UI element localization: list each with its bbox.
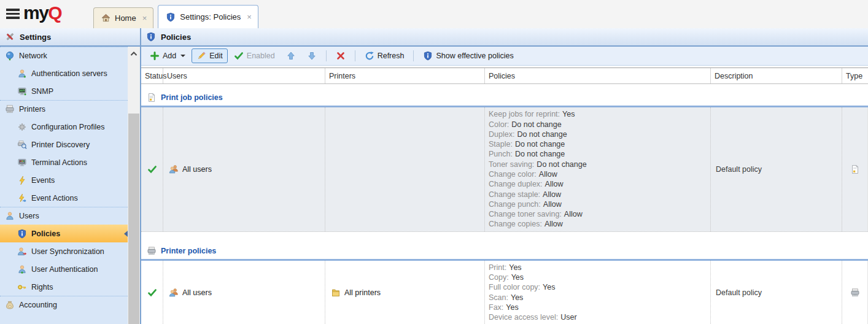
table-row[interactable]: All users Keep jobs for reprint:Yes Colo…: [141, 107, 868, 232]
page-title: Policies: [161, 33, 191, 42]
sidebar-item-label: Policies: [31, 230, 60, 238]
toolbar-separator: [413, 50, 414, 61]
terminal-icon: [17, 158, 27, 168]
sidebar-item-label: Rights: [31, 283, 53, 291]
tab-home-label: Home: [115, 14, 136, 23]
home-icon: [101, 14, 110, 23]
sidebar-item-configuration-profiles[interactable]: Configuration Profiles: [0, 118, 128, 136]
sidebar-item-printer-discovery[interactable]: Printer Discovery: [0, 136, 128, 153]
sidebar-item-event-actions[interactable]: Event Actions: [0, 189, 128, 207]
add-label: Add: [163, 52, 176, 60]
sidebar-item-user-synchronization[interactable]: User Synchronization: [0, 242, 128, 260]
column-header-policies[interactable]: Policies: [485, 68, 711, 83]
column-header-users[interactable]: Users: [163, 68, 325, 83]
description-value: Default policy: [716, 288, 762, 297]
users-value: All users: [182, 288, 212, 297]
printer-policy-icon: [850, 288, 860, 298]
tab-settings-close-icon[interactable]: ×: [247, 12, 252, 21]
main-panel: Policies Add Edit Enabled: [141, 28, 868, 324]
policy-line: Change copies:Allow: [489, 219, 563, 229]
status-cell: [141, 107, 163, 231]
logo-my: my: [23, 2, 48, 23]
show-effective-label: Show effective policies: [436, 52, 513, 60]
tab-home[interactable]: Home ×: [93, 7, 153, 28]
hamburger-menu-icon[interactable]: [6, 9, 20, 21]
toolbar: Add Edit Enabled: [141, 47, 868, 66]
tab-settings-policies[interactable]: Settings: Policies ×: [158, 5, 258, 28]
shield-icon: [146, 32, 156, 42]
add-button[interactable]: Add: [145, 48, 190, 63]
description-value: Default policy: [716, 165, 762, 174]
column-header-status[interactable]: Status: [141, 68, 163, 83]
move-up-button[interactable]: [281, 48, 301, 63]
shield-icon: [423, 51, 433, 61]
policy-line: Change color:Allow: [489, 169, 557, 179]
scrollbar-up-icon[interactable]: [128, 47, 140, 60]
column-header-description[interactable]: Description: [711, 68, 842, 83]
show-effective-policies-button[interactable]: Show effective policies: [418, 48, 518, 63]
move-down-button[interactable]: [302, 48, 322, 63]
group-header-printer-policies: Printer policies: [141, 242, 868, 261]
all-users-icon: [169, 288, 179, 298]
column-header-printers[interactable]: Printers: [325, 68, 485, 83]
sidebar-item-label: Event Actions: [31, 194, 78, 202]
sidebar-item-user-authentication[interactable]: User Authentication: [0, 260, 128, 278]
sidebar-item-network[interactable]: Network: [0, 47, 128, 64]
policy-line: Punch:Do not change: [489, 149, 565, 159]
sidebar-item-printers[interactable]: Printers: [0, 100, 128, 118]
sidebar-item-authentication-servers[interactable]: Authentication servers: [0, 64, 128, 82]
description-cell: Default policy: [711, 261, 842, 324]
sidebar-item-policies[interactable]: Policies: [0, 225, 128, 242]
all-users-icon: [169, 164, 179, 174]
group-header-print-job-policies: Print job policies: [141, 89, 868, 107]
caret-down-icon: [180, 55, 185, 57]
policy-line: Change staple:Allow: [489, 190, 561, 199]
delete-button[interactable]: [331, 48, 351, 63]
sidebar-item-label: SNMP: [31, 87, 53, 96]
sidebar-item-label: Terminal Actions: [31, 158, 87, 167]
gear-icon: [17, 122, 27, 132]
sidebar-item-label: Users: [19, 212, 39, 220]
policy-line: Change duplex:Allow: [489, 179, 563, 189]
user-icon: [17, 69, 27, 79]
sidebar-item-label: Configuration Profiles: [31, 123, 105, 131]
policy-line: Copy:Yes: [489, 272, 524, 282]
monitor-icon: [17, 87, 27, 96]
policy-line: Change toner saving:Allow: [489, 209, 583, 219]
arrow-up-icon: [286, 51, 296, 61]
tab-home-close-icon[interactable]: ×: [142, 14, 147, 23]
policies-cell: Keep jobs for reprint:Yes Color:Do not c…: [485, 107, 711, 231]
type-cell: [842, 261, 868, 324]
sidebar-item-label: Printers: [19, 105, 45, 114]
sidebar-item-label: Network: [19, 52, 47, 60]
sidebar-header: Settings: [0, 28, 140, 47]
table-row[interactable]: All users All printers Print:Yes Copy:Ye…: [141, 261, 868, 324]
edit-button[interactable]: Edit: [192, 48, 228, 63]
logo-q: Q: [48, 2, 61, 23]
content: Settings Network Authentication servers …: [0, 28, 868, 324]
sidebar-item-accounting[interactable]: Accounting: [0, 296, 128, 314]
enabled-check-icon: [147, 164, 157, 174]
user-auth-icon: [17, 264, 27, 274]
printers-cell: [325, 107, 485, 231]
policies-cell: Print:Yes Copy:Yes Full color copy:Yes S…: [485, 261, 711, 324]
column-header-type[interactable]: Type: [842, 68, 868, 83]
sidebar-item-terminal-actions[interactable]: Terminal Actions: [0, 153, 128, 171]
sidebar-item-snmp[interactable]: SNMP: [0, 82, 128, 100]
refresh-button[interactable]: Refresh: [360, 48, 409, 63]
sidebar-item-events[interactable]: Events: [0, 171, 128, 189]
printer-search-icon: [17, 140, 27, 150]
arrow-down-icon: [307, 51, 317, 61]
sidebar-scrollbar[interactable]: [128, 47, 140, 324]
shield-icon: [166, 12, 176, 22]
policy-line: Print:Yes: [489, 263, 522, 272]
policy-line: Change punch:Allow: [489, 199, 562, 209]
plus-icon: [150, 51, 160, 61]
user-icon: [5, 211, 15, 221]
enabled-button[interactable]: Enabled: [229, 48, 280, 63]
sidebar-item-users[interactable]: Users: [0, 207, 128, 225]
sidebar-item-rights[interactable]: Rights: [0, 278, 128, 296]
sidebar-item-label: User Authentication: [31, 265, 98, 274]
scrollbar-thumb[interactable]: [128, 114, 139, 324]
printer-policy-icon: [147, 246, 157, 256]
